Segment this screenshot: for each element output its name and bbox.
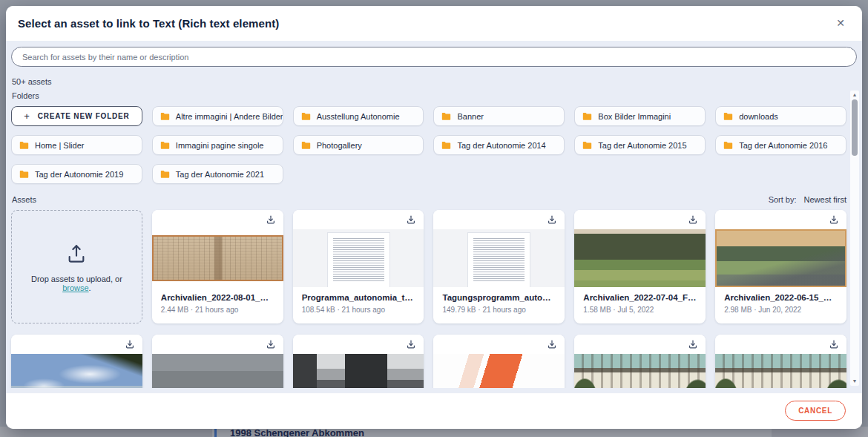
browse-link[interactable]: browse xyxy=(62,283,88,292)
folder-icon xyxy=(19,141,29,149)
cancel-button[interactable]: CANCEL xyxy=(785,401,846,421)
folder-chip[interactable]: Altre immagini | Andere Bilder xyxy=(152,106,283,126)
folder-chip[interactable]: Tag der Autonomie 2016 xyxy=(715,135,846,155)
folders-label: Folders xyxy=(12,91,846,100)
asset-thumbnail xyxy=(152,229,283,287)
download-icon[interactable] xyxy=(123,338,137,352)
sort-by-label: Sort by: xyxy=(769,195,797,204)
search-row xyxy=(6,41,862,71)
asset-card-top xyxy=(715,335,846,354)
asset-name: Archivalien_2022-06-15_Castel-T... xyxy=(724,293,838,302)
asset-card[interactable]: Programma_autonomia_tra_ieri_o... 108.54… xyxy=(293,210,424,323)
asset-thumbnail xyxy=(293,229,424,287)
folder-chip[interactable]: Tag der Autonomie 2014 xyxy=(433,135,565,155)
upload-icon xyxy=(65,242,88,266)
download-icon[interactable] xyxy=(545,214,559,227)
folder-chip-label: Immagini pagine singole xyxy=(176,141,264,150)
scrollbar-thumb[interactable] xyxy=(852,99,858,156)
asset-meta: 108.54 kB · 21 hours ago xyxy=(302,306,415,314)
search-input[interactable] xyxy=(11,47,857,67)
asset-thumbnail xyxy=(715,354,846,388)
asset-thumbnail xyxy=(715,229,846,287)
download-icon[interactable] xyxy=(686,214,700,227)
upload-dropzone[interactable]: Drop assets to upload, or browse. xyxy=(11,210,142,323)
asset-picker-modal: Select an asset to link to Text (Rich te… xyxy=(6,6,862,429)
asset-meta: 2.98 MB · Jun 20, 2022 xyxy=(724,306,838,314)
asset-card-top xyxy=(293,335,424,354)
sort-value-dropdown[interactable]: Newest first xyxy=(804,195,846,204)
dropzone-text: Drop assets to upload, or browse. xyxy=(12,275,142,292)
asset-card-text: Archivalien_2022-07-04_Furnacia... 1.58 … xyxy=(574,287,706,314)
create-new-folder-button[interactable]: + CREATE NEW FOLDER xyxy=(11,106,142,126)
folder-icon xyxy=(19,170,29,178)
asset-thumbnail xyxy=(433,229,565,287)
asset-thumbnail xyxy=(433,354,565,388)
folder-chip[interactable]: Immagini pagine singole xyxy=(152,135,283,155)
assets-label: Assets xyxy=(12,195,36,204)
folder-chip-label: Tag der Autonomie 2019 xyxy=(35,170,123,179)
plus-icon: + xyxy=(24,111,30,122)
folder-icon xyxy=(160,170,170,178)
folder-chip[interactable]: Box Bilder Immagini xyxy=(574,106,706,126)
folder-icon xyxy=(301,112,311,120)
asset-thumbnail xyxy=(11,354,142,388)
folder-chip-label: Tag der Autonomie 2015 xyxy=(598,141,686,150)
folder-chip[interactable]: Photogallery xyxy=(293,135,424,155)
dropzone-text-before: Drop assets to upload, or xyxy=(31,275,122,283)
scroll-down-arrow[interactable]: ▼ xyxy=(850,378,859,385)
folder-chip[interactable]: Tag der Autonomie 2021 xyxy=(152,164,283,184)
folder-chip[interactable]: Tag der Autonomie 2019 xyxy=(11,164,142,184)
folder-chip[interactable]: Home | Slider xyxy=(11,135,142,155)
scroll-up-arrow[interactable]: ▲ xyxy=(850,91,859,99)
folder-chip-label: Tag der Autonomie 2014 xyxy=(457,141,545,150)
asset-card[interactable]: Archivalien_2022-07-04_Furnacia... 1.58 … xyxy=(574,210,706,323)
asset-card-top xyxy=(433,210,565,229)
folder-icon xyxy=(160,112,170,120)
scrollbar[interactable]: ▲ ▼ xyxy=(850,91,859,386)
sort-control: Sort by: Newest first xyxy=(769,195,846,204)
download-icon[interactable] xyxy=(404,214,418,227)
asset-grid: Drop assets to upload, or browse. Archiv… xyxy=(11,210,846,388)
asset-thumbnail xyxy=(574,229,706,287)
asset-card-top xyxy=(293,210,424,229)
asset-card-text: Archivalien_2022-08-01_Registro... 2.44 … xyxy=(152,287,283,314)
download-icon[interactable] xyxy=(404,338,418,352)
asset-card-top xyxy=(574,210,706,229)
folder-chip[interactable]: downloads xyxy=(715,106,846,126)
asset-card[interactable] xyxy=(715,335,846,388)
folder-chip[interactable]: Tag der Autonomie 2015 xyxy=(574,135,706,155)
asset-card[interactable] xyxy=(11,335,142,388)
asset-card[interactable] xyxy=(574,335,706,388)
close-icon[interactable]: ✕ xyxy=(834,16,847,30)
asset-card-top xyxy=(715,210,846,229)
download-icon[interactable] xyxy=(264,338,277,352)
asset-card[interactable]: Tagungsprogramm_autonomie_ge... 149.79 k… xyxy=(433,210,565,323)
folder-chip[interactable]: Banner xyxy=(433,106,565,126)
asset-card[interactable] xyxy=(152,335,283,388)
folder-icon xyxy=(723,141,733,149)
asset-card-text: Programma_autonomia_tra_ieri_o... 108.54… xyxy=(293,287,424,314)
download-icon[interactable] xyxy=(686,338,700,352)
folder-grid: + CREATE NEW FOLDER Altre immagini | And… xyxy=(11,106,846,184)
folder-icon xyxy=(582,112,592,120)
asset-card-top xyxy=(433,335,565,354)
dropzone-text-after: . xyxy=(89,283,91,292)
download-icon[interactable] xyxy=(827,214,841,227)
asset-card-top xyxy=(152,335,283,354)
folder-chip[interactable]: Ausstellung Autonomie xyxy=(293,106,424,126)
folder-chip-label: Photogallery xyxy=(317,141,362,150)
asset-thumbnail xyxy=(293,354,424,388)
asset-card[interactable] xyxy=(433,335,565,388)
download-icon[interactable] xyxy=(545,338,559,352)
asset-thumbnail xyxy=(152,354,283,388)
asset-name: Tagungsprogramm_autonomie_ge... xyxy=(442,293,556,302)
folder-chip-label: Box Bilder Immagini xyxy=(598,112,671,121)
asset-card[interactable]: Archivalien_2022-06-15_Castel-T... 2.98 … xyxy=(715,210,846,323)
asset-card-top xyxy=(574,335,706,354)
asset-card[interactable] xyxy=(293,335,424,388)
folder-chip-label: Tag der Autonomie 2016 xyxy=(739,141,827,150)
asset-card[interactable]: Archivalien_2022-08-01_Registro... 2.44 … xyxy=(152,210,283,323)
download-icon[interactable] xyxy=(264,214,277,227)
download-icon[interactable] xyxy=(827,338,841,352)
background-accent-bar xyxy=(214,428,217,437)
